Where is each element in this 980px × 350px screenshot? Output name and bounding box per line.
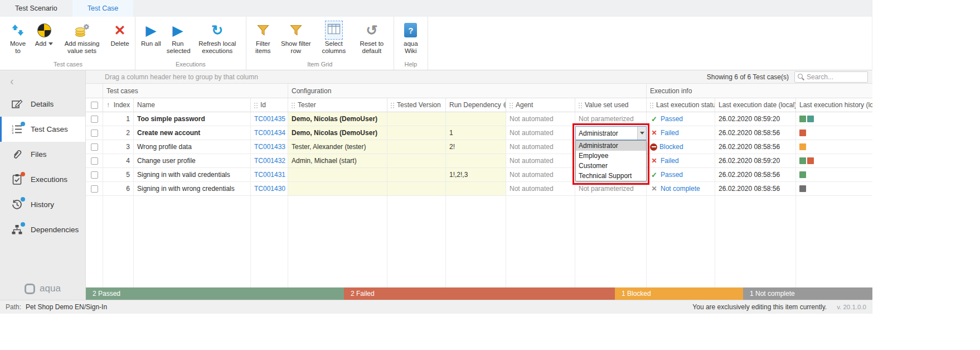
sidebar-item-executions[interactable]: Executions xyxy=(0,167,85,192)
sidebar-collapse-button[interactable]: ‹ xyxy=(0,70,85,92)
group-by-bar[interactable]: Drag a column header here to group by th… xyxy=(86,70,872,84)
status-link[interactable]: Not complete xyxy=(661,185,700,193)
cell-name: Wrong profile data xyxy=(134,140,251,154)
version-label: v. 20.1.0.0 xyxy=(837,304,866,310)
testcase-id-link[interactable]: TC001433 xyxy=(254,143,285,151)
question-icon xyxy=(404,20,417,40)
tab-test-scenario[interactable]: Test Scenario xyxy=(0,0,72,17)
button-label: Move to xyxy=(7,40,29,55)
move-to-button[interactable]: Move to xyxy=(4,19,32,56)
table-row[interactable]: 2 Create new account TC001434 Demo, Nico… xyxy=(86,126,872,140)
testcase-id-link[interactable]: TC001432 xyxy=(254,157,285,165)
delete-button[interactable]: Delete xyxy=(108,19,132,49)
select-all-checkbox-cell xyxy=(86,98,103,112)
dropdown-option-employee[interactable]: Employee xyxy=(576,151,646,161)
add-missing-value-sets-button[interactable]: Add missing value sets xyxy=(56,19,108,56)
sidebar-item-files[interactable]: Files xyxy=(0,142,85,167)
testcase-id-link[interactable]: TC001431 xyxy=(254,171,285,179)
row-checkbox[interactable] xyxy=(91,171,98,179)
table-row[interactable]: 5 Signing in with valid credentials TC00… xyxy=(86,168,872,182)
testcase-id-link[interactable]: TC001434 xyxy=(254,129,285,137)
search-input[interactable] xyxy=(807,73,865,81)
dropdown-option-customer[interactable]: Customer xyxy=(576,161,646,171)
cell-status: Passed xyxy=(647,168,715,181)
group-header-configuration[interactable]: Configuration xyxy=(288,84,647,98)
notification-badge xyxy=(21,222,25,227)
run-all-button[interactable]: Run all xyxy=(138,19,164,49)
drag-handle-icon xyxy=(579,102,583,108)
cell-execution-history xyxy=(796,154,872,167)
button-label: Refresh local executions xyxy=(195,40,240,55)
cell-id: TC001431 xyxy=(251,168,288,181)
sidebar: ‹ Details 123 Test Cases Files xyxy=(0,70,86,300)
column-header-agent[interactable]: Agent xyxy=(506,98,575,112)
sidebar-item-label: Dependencies xyxy=(31,226,79,234)
refresh-icon xyxy=(211,20,223,40)
cell-tester: Demo, Nicolas (DemoUser) xyxy=(288,126,387,140)
group-header-test-cases[interactable]: Test cases xyxy=(103,84,288,98)
path-label: Path: xyxy=(6,303,21,311)
aqua-logo-text: aqua xyxy=(40,283,61,294)
filter-items-button[interactable]: Filter items xyxy=(249,19,277,56)
cell-run-dependency: 2! xyxy=(446,140,506,154)
column-header-last-execution-status[interactable]: Last execution statu... xyxy=(647,98,715,112)
table-row[interactable]: 3 Wrong profile data TC001433 Tester, Al… xyxy=(86,140,872,154)
tab-test-case[interactable]: Test Case xyxy=(72,0,134,17)
status-link[interactable]: Passed xyxy=(661,171,683,179)
sidebar-item-dependencies[interactable]: Dependencies xyxy=(0,217,85,242)
funnel-icon xyxy=(289,20,303,40)
paperclip-icon xyxy=(11,148,23,161)
row-checkbox[interactable] xyxy=(91,130,98,137)
testcase-id-link[interactable]: TC001430 xyxy=(254,185,285,193)
value-set-combobox[interactable]: Administrator xyxy=(575,126,647,140)
cell-tester: Admin, Michael (start) xyxy=(288,154,387,167)
column-header-last-execution-date[interactable]: Last execution date (local) xyxy=(715,98,796,112)
run-selected-button[interactable]: Run selected xyxy=(164,19,192,56)
group-header-execution-info[interactable]: Execution info xyxy=(647,84,872,98)
dropdown-option-administrator[interactable]: Administrator xyxy=(576,141,646,151)
table-row[interactable]: 1 Too simple password TC001435 Demo, Nic… xyxy=(86,112,872,126)
status-link[interactable]: Failed xyxy=(661,129,679,137)
button-label: Reset to default xyxy=(356,40,388,55)
column-header-name[interactable]: Name xyxy=(134,98,251,112)
sidebar-item-history[interactable]: History xyxy=(0,192,85,217)
column-label: Run Dependency xyxy=(449,101,501,109)
row-checkbox[interactable] xyxy=(91,185,98,193)
button-label: Select columns xyxy=(318,40,350,55)
refresh-local-executions-button[interactable]: Refresh local executions xyxy=(192,19,243,56)
column-header-id[interactable]: Id xyxy=(251,98,288,112)
cell-id: TC001430 xyxy=(251,182,288,195)
row-checkbox[interactable] xyxy=(91,143,98,151)
column-header-value-set-used[interactable]: Value set used xyxy=(575,98,647,112)
select-all-checkbox[interactable] xyxy=(91,102,98,109)
row-checkbox[interactable] xyxy=(91,116,98,123)
aqua-wiki-button[interactable]: aqua Wiki xyxy=(397,19,425,56)
drag-handle-icon xyxy=(292,102,295,108)
column-header-index[interactable]: Index xyxy=(103,98,134,112)
add-icon xyxy=(37,20,51,40)
row-checkbox[interactable] xyxy=(91,157,98,165)
testcase-id-link[interactable]: TC001435 xyxy=(254,115,285,123)
combobox-dropdown-button[interactable] xyxy=(637,127,646,140)
table-row[interactable]: 6 Signing in with wrong credentials TC00… xyxy=(86,182,872,196)
column-header-run-dependency[interactable]: Run Dependency xyxy=(446,98,506,112)
table-row[interactable]: 4 Change user profile TC001432 Admin, Mi… xyxy=(86,154,872,168)
add-button[interactable]: Add xyxy=(32,19,56,49)
execution-summary-bar: 2 Passed 2 Failed 1 Blocked 1 Not comple… xyxy=(86,287,872,300)
status-link[interactable]: Passed xyxy=(661,115,683,123)
cell-tester: Demo, Nicolas (DemoUser) xyxy=(288,112,387,126)
cell-execution-history xyxy=(796,140,872,154)
select-columns-button[interactable]: Select columns xyxy=(315,19,353,56)
show-filter-row-button[interactable]: Show filter row xyxy=(277,19,315,56)
sidebar-item-details[interactable]: Details xyxy=(0,92,85,117)
cell-execution-history xyxy=(796,126,872,140)
column-header-last-execution-history[interactable]: Last execution history (local) xyxy=(796,98,872,112)
status-link[interactable]: Blocked xyxy=(659,143,683,151)
sidebar-item-test-cases[interactable]: 123 Test Cases xyxy=(0,117,85,142)
dropdown-option-technical-support[interactable]: Technical Support xyxy=(576,171,646,181)
status-link[interactable]: Failed xyxy=(661,157,679,165)
reset-to-default-button[interactable]: Reset to default xyxy=(353,19,391,56)
column-header-tested-version[interactable]: Tested Version xyxy=(387,98,446,112)
status-icon xyxy=(650,115,658,123)
column-header-tester[interactable]: Tester xyxy=(288,98,387,112)
